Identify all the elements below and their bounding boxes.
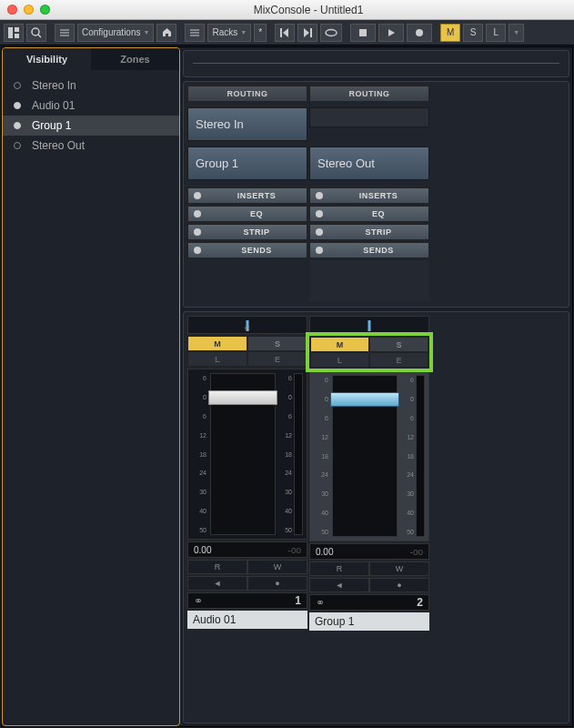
global-mute[interactable]: M xyxy=(440,24,460,42)
svg-rect-11 xyxy=(280,28,282,37)
svg-point-13 xyxy=(326,29,337,35)
record-enable[interactable]: ● xyxy=(369,578,429,592)
global-listen[interactable]: L xyxy=(486,24,506,42)
visibility-toggle-icon[interactable] xyxy=(14,122,21,129)
fader-scale: 606121824304050 xyxy=(192,373,208,535)
read-automation[interactable]: R xyxy=(309,561,369,576)
link-row[interactable]: ⚭2 xyxy=(309,594,429,611)
record-enable[interactable]: ● xyxy=(247,576,307,591)
inserts-header[interactable]: INSERTS xyxy=(187,187,307,204)
eq-header[interactable]: EQ xyxy=(187,206,307,222)
bypass-icon[interactable] xyxy=(194,210,201,217)
fader-track[interactable] xyxy=(332,375,398,537)
svg-rect-0 xyxy=(8,27,13,38)
routing-output[interactable]: Group 1 xyxy=(187,147,307,180)
link-row[interactable]: ⚭1 xyxy=(187,592,307,609)
svg-point-3 xyxy=(32,28,39,35)
pan-control[interactable]: C xyxy=(187,316,307,334)
svg-rect-14 xyxy=(359,29,367,36)
pan-control[interactable] xyxy=(309,316,429,334)
svg-rect-12 xyxy=(310,28,312,37)
bypass-icon[interactable] xyxy=(316,192,323,199)
bypass-icon[interactable] xyxy=(316,228,323,236)
toolbar: Configurations▼ Racks▼ * M S L ▼ xyxy=(0,20,574,46)
channel-name[interactable]: Group 1 xyxy=(309,612,429,631)
sidebar-item-label: Group 1 xyxy=(32,119,71,132)
list-icon[interactable] xyxy=(55,24,75,42)
racks-star[interactable]: * xyxy=(254,24,267,42)
mixer-panel: CMSLE6061218243040506061218243040500.00-… xyxy=(183,311,569,723)
write-automation[interactable]: W xyxy=(247,560,307,574)
channel-name[interactable]: Audio 01 xyxy=(187,611,307,629)
overview-panel xyxy=(183,50,569,77)
routing-header: ROUTING xyxy=(187,86,307,102)
sends-header[interactable]: SENDS xyxy=(187,242,307,258)
visibility-sidebar: Visibility Zones Stereo InAudio 01Group … xyxy=(2,47,180,726)
configurations-dropdown[interactable]: Configurations▼ xyxy=(77,24,154,42)
visibility-toggle-icon[interactable] xyxy=(14,102,21,109)
bypass-icon[interactable] xyxy=(194,192,201,199)
layout-button[interactable] xyxy=(4,24,24,42)
close-icon[interactable] xyxy=(7,5,17,15)
search-button[interactable] xyxy=(26,24,46,42)
home-button[interactable] xyxy=(156,24,176,42)
sends-header[interactable]: SENDS xyxy=(309,242,429,258)
eq-header[interactable]: EQ xyxy=(309,206,429,222)
edit-button[interactable]: E xyxy=(247,351,307,367)
fader-handle[interactable] xyxy=(330,392,399,407)
listen-button[interactable]: L xyxy=(187,351,247,367)
visibility-toggle-icon[interactable] xyxy=(14,82,21,89)
sidebar-item-group-1[interactable]: Group 1 xyxy=(3,116,179,136)
routing-output[interactable]: Stereo Out xyxy=(309,147,429,180)
fader-scale: 606121824304050 xyxy=(314,375,330,537)
svg-rect-1 xyxy=(15,27,19,32)
mute-button[interactable]: M xyxy=(187,336,247,351)
global-more[interactable]: ▼ xyxy=(509,24,524,42)
bypass-icon[interactable] xyxy=(194,247,201,254)
edit-button[interactable]: E xyxy=(369,352,428,368)
transport-stop[interactable] xyxy=(350,24,376,42)
transport-cycle[interactable] xyxy=(320,24,342,42)
solo-button[interactable]: S xyxy=(247,336,307,351)
svg-line-4 xyxy=(38,35,41,37)
transport-start[interactable] xyxy=(275,24,295,42)
bypass-icon[interactable] xyxy=(316,210,323,217)
strip-header[interactable]: STRIP xyxy=(309,224,429,240)
transport-end[interactable] xyxy=(297,24,317,42)
sidebar-item-audio-01[interactable]: Audio 01 xyxy=(3,96,179,116)
visibility-toggle-icon[interactable] xyxy=(14,142,21,149)
maximize-icon[interactable] xyxy=(40,5,50,15)
read-automation[interactable]: R xyxy=(187,560,247,574)
sidebar-item-label: Stereo Out xyxy=(32,139,85,152)
listen-button[interactable]: L xyxy=(310,352,369,368)
monitor-button[interactable]: ◄ xyxy=(187,576,247,591)
fader-track[interactable] xyxy=(210,373,276,535)
value-readout[interactable]: 0.00-oo xyxy=(309,543,429,560)
sidebar-item-stereo-out[interactable]: Stereo Out xyxy=(3,136,179,156)
minimize-icon[interactable] xyxy=(24,5,34,15)
bypass-icon[interactable] xyxy=(194,228,201,236)
strip-header[interactable]: STRIP xyxy=(187,224,307,240)
meter-scale: 606121824304050 xyxy=(399,375,416,537)
racks-panel: ROUTINGROUTING Stereo In Group 1Stereo O… xyxy=(183,81,569,308)
inserts-header[interactable]: INSERTS xyxy=(309,187,429,204)
mute-button[interactable]: M xyxy=(310,337,369,352)
racks-list-icon[interactable] xyxy=(185,24,205,42)
routing-input[interactable]: Stereo In xyxy=(187,107,307,141)
solo-button[interactable]: S xyxy=(369,337,428,352)
level-meter xyxy=(294,373,303,535)
bypass-icon[interactable] xyxy=(316,247,323,254)
global-solo[interactable]: S xyxy=(463,24,483,42)
transport-record[interactable] xyxy=(407,24,432,42)
value-readout[interactable]: 0.00-oo xyxy=(187,541,307,558)
transport-play[interactable] xyxy=(378,24,404,42)
fader-handle[interactable] xyxy=(208,390,277,405)
svg-point-15 xyxy=(416,29,423,36)
racks-dropdown[interactable]: Racks▼ xyxy=(207,24,251,42)
tab-zones[interactable]: Zones xyxy=(91,48,179,70)
sidebar-item-stereo-in[interactable]: Stereo In xyxy=(3,76,179,96)
monitor-button[interactable]: ◄ xyxy=(309,578,369,592)
routing-input[interactable] xyxy=(309,107,429,127)
write-automation[interactable]: W xyxy=(369,561,429,576)
tab-visibility[interactable]: Visibility xyxy=(3,48,91,70)
